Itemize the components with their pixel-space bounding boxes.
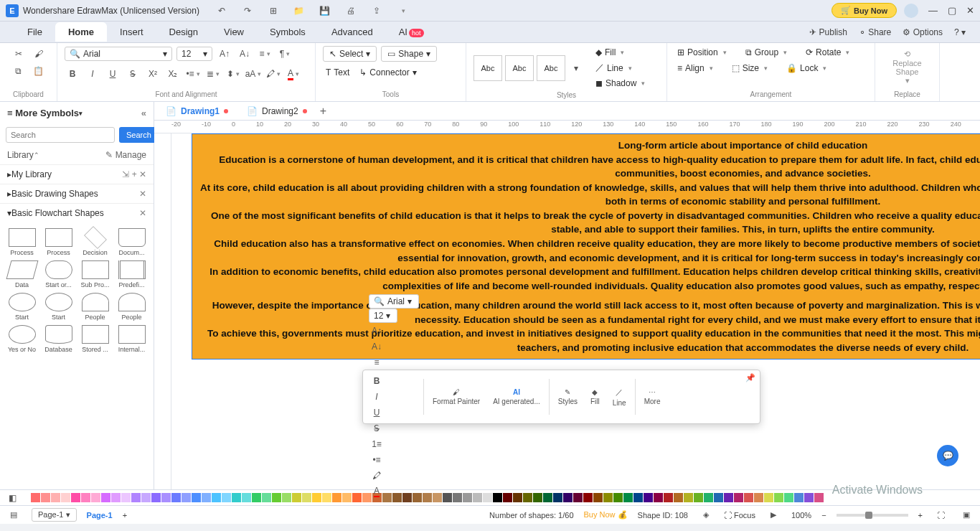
shape-predefi-[interactable]: Predefi... bbox=[116, 260, 148, 288]
color-swatch[interactable] bbox=[684, 493, 693, 502]
color-swatch[interactable] bbox=[483, 493, 492, 502]
color-swatch[interactable] bbox=[704, 493, 713, 502]
tab-view[interactable]: View bbox=[211, 22, 257, 42]
font-size-select[interactable]: 12▾ bbox=[176, 47, 212, 61]
select-tool-button[interactable]: ↖ Select ▾ bbox=[323, 46, 377, 62]
color-swatch[interactable] bbox=[754, 493, 763, 502]
color-swatch[interactable] bbox=[232, 493, 241, 502]
color-swatch[interactable] bbox=[513, 493, 522, 502]
color-swatch[interactable] bbox=[252, 493, 261, 502]
tab-home[interactable]: Home bbox=[55, 22, 107, 42]
float-highlight-icon[interactable]: 🖍 bbox=[369, 468, 385, 484]
layers-icon[interactable]: ◈ bbox=[698, 507, 714, 523]
color-swatch[interactable] bbox=[272, 493, 281, 502]
fill-button[interactable]: ◆ Fill bbox=[593, 46, 648, 59]
color-swatch[interactable] bbox=[182, 493, 191, 502]
color-swatch[interactable] bbox=[644, 493, 653, 502]
shape-process[interactable]: Process bbox=[6, 228, 38, 256]
shadow-button[interactable]: ◼ Shadow bbox=[593, 77, 648, 90]
lock-button[interactable]: 🔒 Lock bbox=[783, 62, 829, 75]
status-buy-now[interactable]: Buy Now 💰 bbox=[584, 510, 628, 520]
color-swatch[interactable] bbox=[81, 493, 90, 502]
color-swatch[interactable] bbox=[503, 493, 512, 502]
library-label[interactable]: Library bbox=[7, 150, 34, 160]
color-swatch[interactable] bbox=[764, 493, 773, 502]
float-spacing-icon[interactable]: ≡ bbox=[369, 354, 385, 370]
shape-start[interactable]: Start bbox=[42, 293, 75, 321]
color-swatch[interactable] bbox=[593, 493, 603, 502]
maximize-icon[interactable]: ▢ bbox=[948, 5, 956, 16]
font-family-select[interactable]: 🔍 Arial▾ bbox=[65, 47, 172, 61]
help-icon[interactable]: ? ▾ bbox=[954, 27, 966, 37]
redo-icon[interactable]: ↷ bbox=[240, 3, 255, 19]
float-ai[interactable]: AIAI generated... bbox=[489, 388, 545, 405]
color-swatch[interactable] bbox=[202, 493, 211, 502]
add-document-icon[interactable]: + bbox=[320, 105, 326, 118]
line-button[interactable]: ／ Line bbox=[593, 60, 648, 75]
color-swatch[interactable] bbox=[131, 493, 141, 502]
style-preset-3[interactable]: Abc bbox=[537, 55, 565, 81]
style-more-icon[interactable]: ▾ bbox=[568, 60, 584, 76]
align-button[interactable]: ≡ Align bbox=[674, 62, 716, 75]
doc-tab-2[interactable]: 📄 Drawing2 bbox=[241, 103, 313, 119]
color-swatch[interactable] bbox=[463, 493, 472, 502]
color-swatch[interactable] bbox=[573, 493, 583, 502]
color-swatch[interactable] bbox=[694, 493, 703, 502]
shrink-font-icon[interactable]: A↓ bbox=[237, 46, 253, 62]
chat-support-icon[interactable]: 💬 bbox=[937, 445, 958, 466]
share-button[interactable]: ⚬ Share bbox=[859, 27, 891, 37]
fit-page-icon[interactable]: ⛶ bbox=[933, 507, 948, 523]
float-numbering-icon[interactable]: 1≡ bbox=[369, 436, 385, 452]
color-swatch[interactable] bbox=[51, 493, 60, 502]
tab-insert[interactable]: Insert bbox=[107, 22, 156, 42]
tab-design[interactable]: Design bbox=[156, 22, 211, 42]
tab-advanced[interactable]: Advanced bbox=[319, 22, 386, 42]
shape-data[interactable]: Data bbox=[6, 260, 38, 288]
shape-start[interactable]: Start bbox=[6, 293, 38, 321]
color-swatch[interactable] bbox=[101, 493, 110, 502]
export-icon[interactable]: ⇪ bbox=[369, 3, 385, 19]
replace-shape-button[interactable]: ⟲ Replace Shape ▾ bbox=[882, 46, 932, 89]
superscript-icon[interactable]: X² bbox=[145, 66, 161, 82]
float-size-select[interactable]: 12 ▾ bbox=[369, 309, 397, 323]
save-icon[interactable]: 💾 bbox=[317, 3, 333, 19]
zoom-level[interactable]: 100% bbox=[791, 511, 811, 520]
float-format-painter[interactable]: 🖌Format Painter bbox=[428, 388, 484, 405]
shape-decision[interactable]: Decision bbox=[79, 228, 111, 256]
floating-format-toolbar[interactable]: 📌 🔍 Arial ▾ 12 ▾ A↑ A↓ ≡ B I U S̶ 1≡ •≡ … bbox=[362, 370, 760, 424]
float-styles[interactable]: ✎Styles bbox=[554, 388, 582, 405]
color-swatch[interactable] bbox=[423, 493, 432, 502]
manage-button[interactable]: ✎ Manage bbox=[105, 150, 146, 160]
shape-start-or-[interactable]: Start or... bbox=[42, 260, 75, 288]
float-strike-icon[interactable]: S̶ bbox=[369, 420, 385, 436]
subscript-icon[interactable]: X₂ bbox=[165, 66, 181, 82]
format-brush-icon[interactable]: 🖌 bbox=[31, 46, 47, 62]
minimize-icon[interactable]: — bbox=[928, 5, 938, 16]
float-shrink-font-icon[interactable]: A↓ bbox=[369, 339, 385, 354]
color-swatch[interactable] bbox=[784, 493, 793, 502]
color-swatch[interactable] bbox=[664, 493, 673, 502]
doc-tab-1[interactable]: 📄 Drawing1 bbox=[160, 103, 234, 119]
new-icon[interactable]: ⊞ bbox=[265, 3, 281, 19]
color-swatch[interactable] bbox=[473, 493, 482, 502]
color-swatch[interactable] bbox=[332, 493, 341, 502]
float-bullets-icon[interactable]: •≡ bbox=[369, 452, 385, 468]
color-swatch[interactable] bbox=[744, 493, 753, 502]
color-swatch[interactable] bbox=[312, 493, 321, 502]
float-line[interactable]: ／Line bbox=[608, 387, 631, 407]
color-swatch[interactable] bbox=[674, 493, 683, 502]
color-swatch[interactable] bbox=[71, 493, 80, 502]
position-button[interactable]: ⊞ Position bbox=[674, 46, 730, 59]
float-grow-font-icon[interactable]: A↑ bbox=[369, 323, 385, 339]
mylib-close-icon[interactable]: ✕ bbox=[139, 169, 146, 179]
shape-people[interactable]: People bbox=[116, 293, 148, 321]
color-swatch[interactable] bbox=[433, 493, 442, 502]
play-icon[interactable]: ▶ bbox=[765, 507, 781, 523]
color-swatch[interactable] bbox=[322, 493, 331, 502]
shape-database[interactable]: Database bbox=[42, 325, 75, 353]
case-icon[interactable]: aA bbox=[245, 66, 261, 82]
pin-icon[interactable]: 📌 bbox=[745, 373, 755, 382]
collapse-panel-icon[interactable]: « bbox=[141, 108, 146, 118]
symbol-search-input[interactable] bbox=[6, 127, 115, 143]
add-page-icon[interactable]: + bbox=[123, 511, 127, 520]
